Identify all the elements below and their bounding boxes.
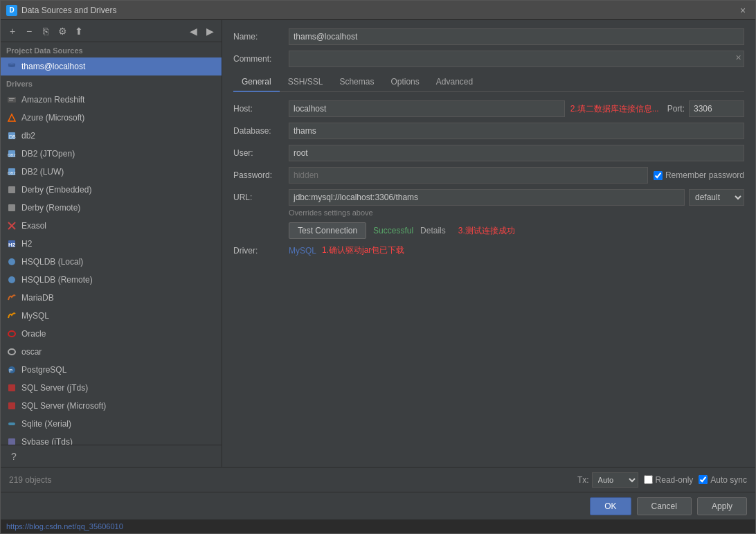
driver-postgresql[interactable]: P PostgreSQL [1,361,222,379]
tab-general[interactable]: General [233,73,280,92]
driver-label: oscar [21,347,42,357]
driver-label: MariaDB [21,293,54,303]
test-connection-button[interactable]: Test Connection [289,222,366,239]
remember-password-checkbox[interactable] [654,171,663,180]
exasol-icon [6,220,17,231]
hsqldb-local-icon [6,256,17,267]
driver-amazon-redshift[interactable]: Amazon Redshift [1,91,222,109]
url-input[interactable] [289,189,685,206]
project-sources-header: Project Data Sources [1,42,222,57]
driver-sybase-jtds[interactable]: Sybase (jTds) [1,433,222,445]
autosync-checkbox[interactable] [699,475,708,484]
driver-label: Oracle [21,329,46,339]
help-button[interactable]: ? [6,449,21,464]
driver-hsqldb-local[interactable]: HSQLDB (Local) [1,253,222,271]
driver-derby-remote[interactable]: Derby (Remote) [1,199,222,217]
driver-link[interactable]: MySQL [289,246,316,256]
host-label: Host: [233,104,289,114]
svg-marker-3 [8,114,15,121]
name-row: Name: [233,28,744,45]
main-window: D Data Sources and Drivers × + − ⎘ ⚙ ⬆ ◀… [0,0,756,534]
mysql-icon [6,310,17,321]
driver-db2[interactable]: DB db2 [1,127,222,145]
password-row: Password: Remember password [233,167,744,184]
tx-dropdown[interactable]: Auto Manual [592,472,638,488]
readonly-label[interactable]: Read-only [644,475,694,485]
tab-ssh-ssl[interactable]: SSH/SSL [280,73,332,92]
sqlserver-ms-icon [6,400,17,411]
svg-text:H2: H2 [8,242,16,248]
autosync-label[interactable]: Auto sync [699,475,747,485]
user-input[interactable] [289,145,744,161]
svg-rect-23 [8,402,15,409]
comment-row: Comment: ✕ [233,51,744,67]
remember-password-label[interactable]: Remember password [654,170,744,180]
add-button[interactable]: + [5,24,20,39]
tab-options[interactable]: Options [382,73,427,92]
url-row: URL: default custom [233,189,744,206]
driver-label: HSQLDB (Local) [21,257,83,267]
driver-label: Amazon Redshift [21,95,84,105]
password-label: Password: [233,170,289,180]
copy-button[interactable]: ⎘ [38,24,53,39]
db2luw-icon: DB2 [6,166,17,177]
database-input[interactable] [289,123,744,139]
driver-oracle[interactable]: Oracle [1,325,222,343]
svg-point-18 [8,331,15,337]
selected-datasource[interactable]: thams@localhost [1,57,222,75]
password-input[interactable] [289,167,648,184]
driver-derby-embedded[interactable]: Derby (Embedded) [1,181,222,199]
import-button[interactable]: ⬆ [71,24,87,39]
svg-point-17 [8,276,15,283]
pg-icon: P [6,364,17,375]
name-input[interactable] [289,28,744,45]
driver-oscar[interactable]: oscar [1,343,222,361]
settings-button[interactable]: ⚙ [55,24,70,39]
back-button[interactable]: ◀ [186,24,201,39]
amazon-icon [6,94,17,105]
remove-button[interactable]: − [21,24,37,39]
datasource-icon [6,61,17,72]
status-bar: 219 objects Tx: Auto Manual Read-only Au… [1,467,755,492]
forward-button[interactable]: ▶ [202,24,217,39]
comment-clear-btn[interactable]: ✕ [735,53,741,62]
driver-sqlite[interactable]: Sqlite (Xerial) [1,415,222,433]
driver-db2-jtopen[interactable]: DB2 DB2 (JTOpen) [1,145,222,163]
driver-azure[interactable]: Azure (Microsoft) [1,109,222,127]
driver-sqlserver-microsoft[interactable]: SQL Server (Microsoft) [1,397,222,415]
driver-label: MySQL [21,311,49,321]
left-bottom: ? [1,445,222,467]
tab-schemas[interactable]: Schemas [331,73,382,92]
driver-mariadb[interactable]: MariaDB [1,289,222,307]
url-bar: https://blog.csdn.net/qq_35606010 [1,519,755,533]
bottom-area: 219 objects Tx: Auto Manual Read-only Au… [1,467,755,533]
host-row: Host: 2.填二数据库连接信息... Port: [233,100,744,117]
driver-row: Driver: MySQL 1.确认驱动jar包已下载 [233,244,744,256]
test-success-text: Successful [373,226,413,235]
database-row: Database: [233,123,744,139]
driver-hsqldb-remote[interactable]: HSQLDB (Remote) [1,271,222,289]
driver-sqlserver-jtds[interactable]: SQL Server (jTds) [1,379,222,397]
driver-exasol[interactable]: Exasol [1,217,222,235]
url-type-dropdown[interactable]: default custom [689,189,744,206]
comment-input[interactable] [289,51,744,67]
driver-db2-luw[interactable]: DB2 DB2 (LUW) [1,163,222,181]
mariadb-icon [6,292,17,303]
driver-mysql[interactable]: MySQL [1,307,222,325]
driver-label: SQL Server (jTds) [21,383,88,393]
readonly-checkbox[interactable] [644,475,653,484]
sybase-jtds-icon [6,436,17,445]
port-input[interactable] [689,100,744,117]
cancel-button[interactable]: Cancel [637,497,692,515]
apply-button[interactable]: Apply [697,497,747,515]
driver-h2[interactable]: H2 H2 [1,235,222,253]
tab-advanced[interactable]: Advanced [428,73,481,92]
host-input[interactable] [289,100,565,117]
drivers-list: Amazon Redshift Azure (Microsoft) DB db2 [1,91,222,445]
ok-button[interactable]: OK [590,497,631,515]
svg-point-16 [8,258,15,265]
close-button[interactable]: × [736,3,750,17]
details-link[interactable]: Details [420,226,446,235]
drivers-header: Drivers [1,75,222,91]
test-annotation: 3.测试连接成功 [458,225,515,237]
